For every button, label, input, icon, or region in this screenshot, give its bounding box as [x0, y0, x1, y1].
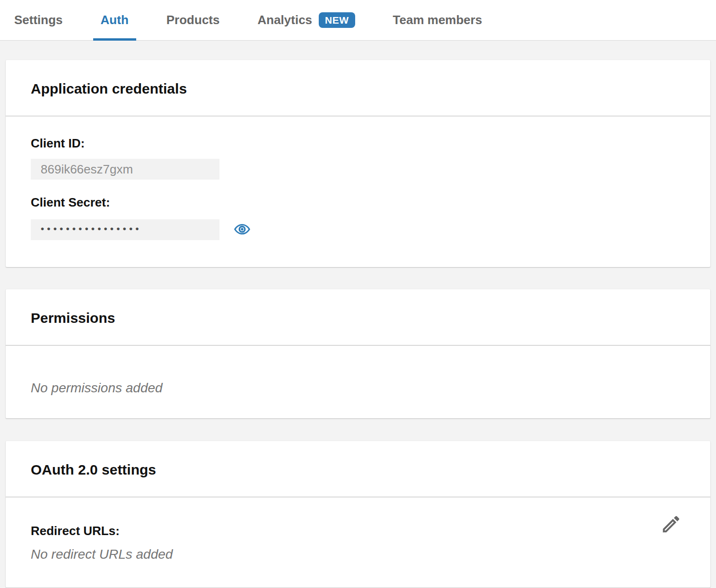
- permissions-empty-text: No permissions added: [31, 380, 685, 396]
- client-id-value[interactable]: 869ik66esz7gxm: [31, 159, 219, 180]
- application-credentials-title: Application credentials: [31, 81, 685, 97]
- pencil-icon: [660, 529, 682, 536]
- client-secret-value[interactable]: ••••••••••••••••: [31, 219, 219, 240]
- client-secret-row: ••••••••••••••••: [31, 219, 685, 240]
- application-credentials-header: Application credentials: [6, 60, 710, 116]
- permissions-header: Permissions: [6, 289, 710, 346]
- tab-analytics-label: Analytics: [257, 13, 312, 27]
- application-credentials-card: Application credentials Client ID: 869ik…: [6, 60, 710, 267]
- tab-products-label: Products: [166, 13, 220, 27]
- new-badge: NEW: [319, 12, 355, 28]
- tab-team-members[interactable]: Team members: [385, 0, 490, 40]
- eye-icon: [234, 221, 250, 239]
- oauth-settings-title: OAuth 2.0 settings: [31, 462, 685, 478]
- edit-redirect-urls-button[interactable]: [660, 513, 682, 536]
- tab-settings-label: Settings: [14, 13, 63, 27]
- redirect-urls-empty-text: No redirect URLs added: [31, 547, 685, 562]
- reveal-secret-button[interactable]: [234, 221, 250, 239]
- redirect-urls-label: Redirect URLs:: [31, 524, 685, 538]
- client-secret-label: Client Secret:: [31, 195, 685, 210]
- tab-analytics[interactable]: Analytics NEW: [250, 0, 362, 40]
- tab-auth-label: Auth: [101, 13, 129, 27]
- tab-auth[interactable]: Auth: [93, 0, 136, 40]
- permissions-body: No permissions added: [6, 346, 710, 418]
- tab-team-members-label: Team members: [393, 13, 482, 27]
- permissions-card: Permissions No permissions added: [6, 289, 710, 418]
- tab-products[interactable]: Products: [159, 0, 227, 40]
- application-credentials-body: Client ID: 869ik66esz7gxm Client Secret:…: [6, 116, 710, 267]
- oauth-settings-body: Redirect URLs: No redirect URLs added: [6, 497, 710, 588]
- permissions-title: Permissions: [31, 310, 685, 326]
- app-tab-bar: Settings Auth Products Analytics NEW Tea…: [0, 0, 716, 41]
- oauth-settings-card: OAuth 2.0 settings Redirect URLs: No red…: [6, 441, 710, 588]
- oauth-settings-header: OAuth 2.0 settings: [6, 441, 710, 497]
- client-id-label: Client ID:: [31, 136, 685, 151]
- tab-settings[interactable]: Settings: [7, 0, 70, 40]
